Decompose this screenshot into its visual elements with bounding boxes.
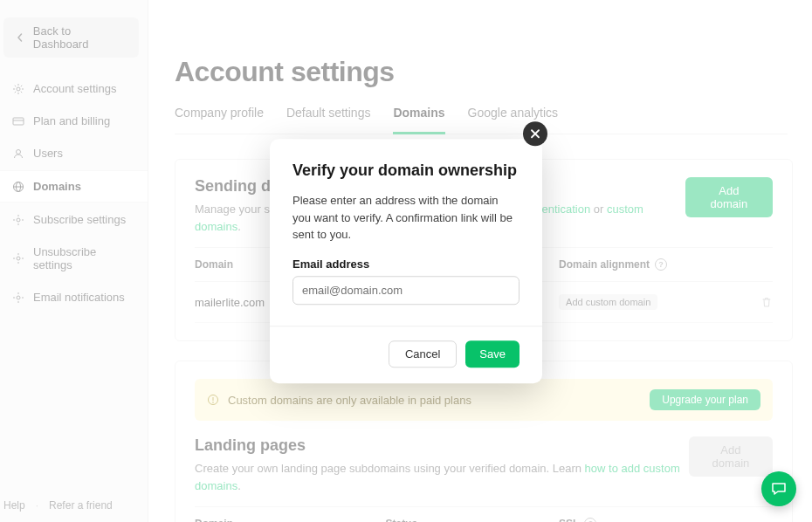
modal-close-button[interactable] [523,121,547,146]
chat-fab[interactable] [761,471,796,506]
verify-domain-modal: Verify your domain ownership Please ente… [270,139,542,383]
modal-body: Please enter an address with the domain … [292,192,520,244]
cancel-button[interactable]: Cancel [389,340,457,367]
modal-title: Verify your domain ownership [292,161,520,180]
email-input[interactable] [292,276,520,305]
modal-footer: Cancel Save [270,326,542,367]
save-button[interactable]: Save [465,340,520,367]
email-label: Email address [292,258,520,271]
close-icon [530,128,540,139]
chat-icon [770,480,788,498]
